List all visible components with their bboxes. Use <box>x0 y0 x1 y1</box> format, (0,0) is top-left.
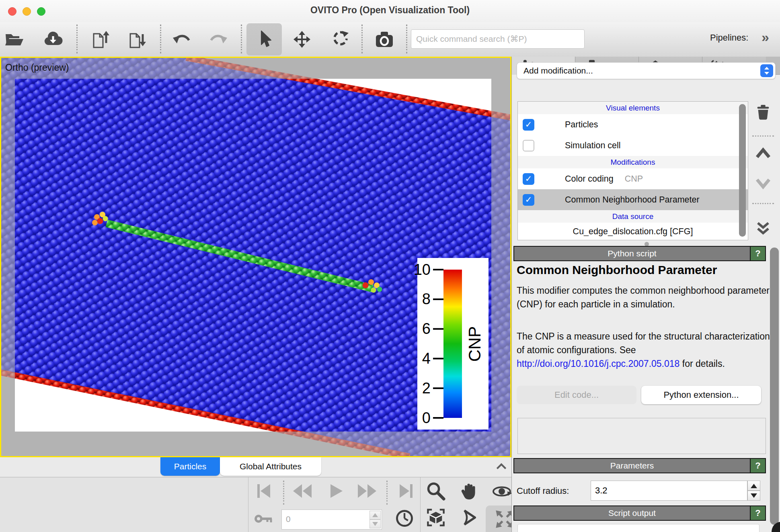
quick-command-search-input[interactable] <box>411 29 585 49</box>
python-script-rollout-header[interactable]: Python script <box>513 246 751 261</box>
add-modification-dropdown[interactable]: Add modification... <box>517 62 776 79</box>
toggle-modifier-groups-button[interactable] <box>751 221 776 237</box>
trash-icon <box>755 104 772 122</box>
select-mode-button[interactable] <box>253 28 275 51</box>
key-icon <box>254 509 273 528</box>
cutoff-radius-spinner <box>747 481 760 501</box>
zoom-scene-extents-button[interactable] <box>426 508 445 527</box>
import-remote-file-button[interactable] <box>42 28 64 51</box>
view-direction-button[interactable] <box>459 508 478 527</box>
viewport-label[interactable]: Ortho (preview) <box>5 62 69 73</box>
enabled-checkbox[interactable] <box>523 173 534 185</box>
animation-keys-button[interactable] <box>254 509 273 528</box>
pipeline-list: Visual elements Particles Simulation cel… <box>517 101 748 240</box>
toolbar-separator <box>76 25 78 53</box>
pipelines-expand-button[interactable]: » <box>762 29 769 45</box>
frame-spinbox <box>281 509 382 530</box>
pipelines-label: Pipelines: <box>710 33 748 43</box>
cutoff-increment-button[interactable] <box>747 481 760 491</box>
frame-spinner <box>369 511 381 528</box>
pipeline-item-simulation-cell[interactable]: Simulation cell <box>518 135 748 156</box>
separator <box>386 481 388 505</box>
animation-control-bar <box>0 477 511 532</box>
pan-mode-button[interactable] <box>459 481 478 501</box>
collapse-inspector-button[interactable] <box>495 461 507 472</box>
export-file-button[interactable] <box>90 28 112 51</box>
cloud-download-icon <box>43 31 63 48</box>
undo-button[interactable] <box>170 28 193 51</box>
move-icon <box>293 31 311 48</box>
frame-decrement-button[interactable] <box>369 520 381 528</box>
viewport[interactable]: 10 8 6 4 2 0 CNP Ortho (preview) <box>0 57 511 457</box>
colorbar-tick-label: 8 <box>422 291 431 307</box>
play-button[interactable] <box>327 482 345 500</box>
redo-icon <box>209 33 228 46</box>
import-file-button[interactable] <box>126 28 149 51</box>
enabled-checkbox[interactable] <box>523 194 534 206</box>
parameters-rollout-header[interactable]: Parameters <box>513 458 751 473</box>
zoom-scene-extents-icon <box>426 508 445 527</box>
animation-settings-button[interactable] <box>395 509 414 528</box>
python-script-help-button[interactable]: ? <box>751 246 766 261</box>
rotate-mode-button[interactable] <box>329 28 351 51</box>
orbit-mode-button[interactable] <box>491 482 513 500</box>
rewind-button[interactable] <box>291 482 314 500</box>
doi-link[interactable]: http://doi.org/10.1016/j.cpc.2007.05.018 <box>517 358 679 369</box>
window-titlebar: OVITO Pro (Open Visualization Tool) <box>0 0 780 23</box>
panel-scrollbar[interactable] <box>770 248 779 525</box>
rewind-icon <box>291 482 314 500</box>
play-icon <box>327 482 345 500</box>
skip-to-end-button[interactable] <box>397 482 415 500</box>
separator <box>283 481 284 505</box>
pipeline-item-data-source[interactable]: Cu_edge_dislocation.cfg [CFG] <box>518 223 748 240</box>
colorbar-tick-label: 0 <box>422 409 431 426</box>
move-modifier-down-button[interactable] <box>751 177 776 190</box>
frame-number-input[interactable] <box>282 510 370 528</box>
camera-icon <box>375 30 394 49</box>
fast-forward-icon <box>355 482 378 500</box>
frame-increment-button[interactable] <box>369 511 381 520</box>
script-message-box <box>517 418 766 454</box>
edit-code-button[interactable]: Edit code... <box>517 386 636 404</box>
parameters-help-button[interactable]: ? <box>751 458 766 473</box>
redo-button[interactable] <box>207 28 230 51</box>
python-extension-button[interactable]: Python extension... <box>641 386 761 404</box>
render-button[interactable] <box>373 28 396 51</box>
script-output-box <box>517 524 759 532</box>
cutoff-decrement-button[interactable] <box>747 491 760 501</box>
tab-global-attributes[interactable]: Global Attributes <box>220 457 321 476</box>
tab-particles[interactable]: Particles <box>160 457 220 476</box>
zoom-mode-button[interactable] <box>426 481 445 501</box>
fast-forward-button[interactable] <box>355 482 378 500</box>
window-title: OVITO Pro (Open Visualization Tool) <box>0 5 780 16</box>
pipeline-item-common-neighborhood-parameter[interactable]: Common Neighborhood Parameter <box>518 189 748 210</box>
open-folder-icon <box>5 31 24 48</box>
modifier-badge: CNP <box>625 174 643 184</box>
collapse-chevron-icon <box>495 461 507 472</box>
file-export-icon <box>91 30 111 49</box>
pipeline-list-scrollbar[interactable] <box>739 104 746 237</box>
move-modifier-up-button[interactable] <box>751 147 776 160</box>
colorbar-gradient <box>443 270 462 418</box>
colorbar-tick-label: 2 <box>422 380 431 397</box>
open-file-button[interactable] <box>3 28 26 51</box>
script-output-help-button[interactable]: ? <box>751 505 766 521</box>
orbit-icon <box>491 482 513 500</box>
move-mode-button[interactable] <box>291 28 313 51</box>
chevron-up-icon <box>755 147 772 160</box>
pipeline-item-color-coding[interactable]: Color coding CNP <box>518 168 748 189</box>
pipeline-action-column <box>751 57 776 246</box>
skip-to-start-button[interactable] <box>255 482 273 500</box>
visibility-checkbox[interactable] <box>523 140 534 151</box>
viewport-canvas[interactable]: 10 8 6 4 2 0 CNP Ortho (preview) <box>1 58 510 456</box>
script-output-rollout-header[interactable]: Script output <box>513 505 751 521</box>
cnp-colorbar: 10 8 6 4 2 0 CNP <box>414 258 489 430</box>
delete-modifier-button[interactable] <box>751 104 776 122</box>
section-header-visual-elements: Visual elements <box>518 102 748 114</box>
divider <box>420 477 421 532</box>
visibility-checkbox[interactable] <box>523 119 534 131</box>
command-panel: Add modification... Visual elements Part… <box>511 57 780 532</box>
separator <box>752 203 774 204</box>
pipeline-item-particles[interactable]: Particles <box>518 114 748 135</box>
cutoff-radius-input[interactable] <box>591 481 747 501</box>
